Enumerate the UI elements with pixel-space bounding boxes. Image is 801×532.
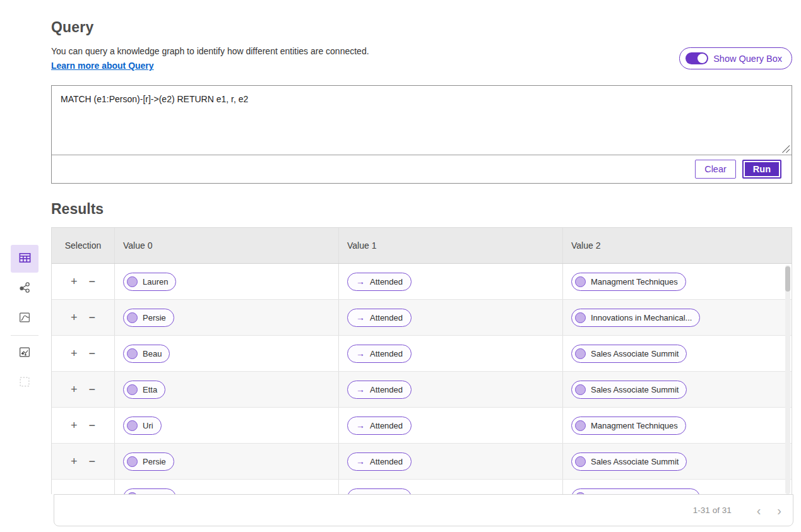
target-node-icon	[575, 276, 586, 287]
target-chip[interactable]: Sales Associate Summit	[571, 452, 687, 471]
table-row: + − Lauren → Attended Innovations in Mec…	[52, 480, 792, 494]
target-label: Managment Techniques	[591, 421, 678, 430]
add-selection-button[interactable]: +	[69, 382, 79, 396]
entity-node-icon	[127, 276, 138, 287]
remove-selection-button[interactable]: −	[88, 310, 97, 324]
table-row: + − Persie → Attended Innovations in Mec…	[52, 300, 792, 336]
entity-label: Beau	[143, 349, 162, 358]
relation-chip[interactable]: → Attended	[347, 345, 412, 363]
table-scrollbar[interactable]	[785, 265, 790, 494]
column-header-value2: Value 2	[563, 228, 792, 263]
map-selection-view-button[interactable]	[11, 339, 39, 367]
entity-node-icon	[127, 348, 138, 359]
relation-label: Attended	[370, 385, 403, 394]
value0-cell: Etta	[115, 372, 339, 407]
target-chip[interactable]: Managment Techniques	[571, 417, 686, 435]
dashed-selection-icon	[18, 375, 32, 391]
query-input[interactable]: MATCH (e1:Person)-[r]->(e2) RETURN e1, r…	[52, 86, 792, 155]
rail-divider	[11, 335, 39, 336]
value1-cell: → Attended	[339, 372, 563, 407]
toggle-switch-icon	[685, 52, 708, 64]
map-selection-view-icon	[18, 345, 32, 361]
view-switcher-rail	[10, 245, 39, 396]
entity-chip[interactable]: Persie	[123, 309, 174, 327]
entity-chip[interactable]: Lauren	[123, 273, 176, 291]
relation-chip[interactable]: → Attended	[347, 417, 412, 435]
table-view-icon	[18, 251, 32, 267]
relation-chip[interactable]: → Attended	[347, 309, 412, 327]
run-button[interactable]: Run	[742, 160, 781, 179]
value0-cell: Persie	[115, 300, 339, 335]
learn-more-link[interactable]: Learn more about Query	[51, 61, 154, 71]
next-page-icon[interactable]: ›	[777, 504, 781, 517]
entity-chip[interactable]: Persie	[123, 452, 174, 471]
toggle-label: Show Query Box	[713, 54, 782, 64]
results-table: Selection Value 0 Value 1 Value 2 + − La…	[51, 227, 792, 494]
target-node-icon	[575, 420, 586, 431]
selection-cell: + −	[52, 372, 115, 407]
relation-chip[interactable]: → Attended	[347, 273, 412, 291]
selection-cell: + −	[52, 408, 115, 443]
clear-button[interactable]: Clear	[695, 160, 736, 179]
remove-selection-button[interactable]: −	[88, 275, 97, 288]
entity-label: Etta	[143, 385, 157, 394]
add-selection-button[interactable]: +	[69, 418, 79, 432]
value2-cell: Innovations in Mechanical...	[563, 480, 792, 494]
table-body: + − Lauren → Attended Managment Techniqu…	[52, 264, 792, 494]
relation-label: Attended	[370, 313, 403, 322]
table-view-button[interactable]	[11, 245, 39, 273]
query-footer: Clear Run	[52, 155, 792, 183]
relation-label: Attended	[370, 349, 403, 358]
value2-cell: Sales Associate Summit	[563, 444, 792, 479]
relation-chip[interactable]: → Attended	[347, 452, 412, 471]
value2-cell: Sales Associate Summit	[563, 336, 792, 371]
table-row: + − Beau → Attended Sales Associate Summ…	[52, 336, 792, 372]
table-row: + − Lauren → Attended Managment Techniqu…	[52, 264, 792, 300]
remove-selection-button[interactable]: −	[88, 382, 97, 396]
map-view-button[interactable]	[11, 304, 39, 332]
target-chip[interactable]: Innovations in Mechanical...	[571, 488, 700, 495]
network-view-button[interactable]	[11, 275, 39, 302]
entity-chip[interactable]: Beau	[123, 345, 170, 363]
target-chip[interactable]: Sales Associate Summit	[571, 345, 687, 363]
entity-chip[interactable]: Etta	[123, 381, 165, 399]
column-header-value1: Value 1	[339, 228, 563, 263]
relation-arrow-icon: →	[356, 384, 365, 394]
table-row: + − Etta → Attended Sales Associate Summ…	[52, 372, 792, 408]
relation-arrow-icon: →	[356, 348, 365, 358]
relation-chip[interactable]: → Attended	[347, 381, 412, 399]
page-title: Query	[51, 19, 792, 36]
selection-cell: + −	[52, 480, 115, 494]
add-selection-button[interactable]: +	[69, 275, 79, 288]
entity-node-icon	[127, 456, 138, 467]
target-chip[interactable]: Innovations in Mechanical...	[571, 309, 700, 327]
target-node-icon	[575, 312, 586, 323]
target-chip[interactable]: Managment Techniques	[571, 273, 686, 291]
remove-selection-button[interactable]: −	[88, 346, 97, 360]
target-label: Sales Associate Summit	[591, 349, 679, 358]
add-selection-button[interactable]: +	[69, 346, 79, 360]
relation-chip[interactable]: → Attended	[347, 488, 412, 495]
value0-cell: Lauren	[115, 480, 339, 494]
target-node-icon	[575, 384, 586, 395]
value0-cell: Beau	[115, 336, 339, 371]
table-row: + − Persie → Attended Sales Associate Su…	[52, 444, 792, 480]
scrollbar-thumb[interactable]	[785, 266, 790, 292]
target-label: Sales Associate Summit	[591, 385, 679, 394]
show-query-box-toggle[interactable]: Show Query Box	[679, 47, 792, 69]
entity-chip[interactable]: Uri	[123, 417, 162, 435]
table-header-row: Selection Value 0 Value 1 Value 2	[52, 228, 792, 264]
pagination-range: 1-31 of 31	[693, 505, 732, 515]
relation-label: Attended	[370, 277, 403, 287]
query-box: MATCH (e1:Person)-[r]->(e2) RETURN e1, r…	[51, 85, 792, 184]
add-selection-button[interactable]: +	[69, 310, 79, 324]
add-selection-button[interactable]: +	[69, 454, 79, 468]
remove-selection-button[interactable]: −	[88, 454, 97, 468]
target-chip[interactable]: Sales Associate Summit	[571, 381, 687, 399]
remove-selection-button[interactable]: −	[88, 418, 97, 432]
entity-chip[interactable]: Lauren	[123, 488, 176, 495]
selection-view-button-disabled	[11, 369, 39, 396]
value1-cell: → Attended	[339, 444, 563, 479]
entity-label: Lauren	[143, 277, 168, 287]
previous-page-icon[interactable]: ‹	[757, 504, 761, 517]
